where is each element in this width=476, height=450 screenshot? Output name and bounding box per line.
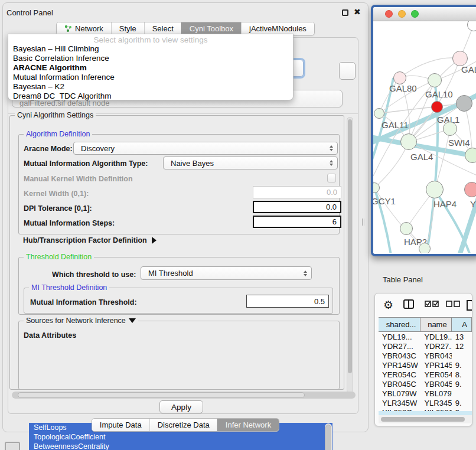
network-canvas[interactable]: GALGAL80GAL10GAL1GAL11SWI4GAL4GCY1HAP4YH… [373, 21, 476, 253]
table-hscrollbar[interactable] [379, 415, 472, 423]
minimize-window-icon[interactable] [398, 10, 406, 18]
split-columns-icon[interactable] [403, 299, 414, 311]
apply-button[interactable]: Apply [159, 400, 203, 413]
close-window-icon[interactable] [385, 10, 393, 18]
node-label-y: Y [470, 199, 476, 209]
network-icon [64, 25, 72, 32]
horizontal-scrollbar-thumb[interactable] [18, 392, 305, 398]
tab-discretize-data[interactable]: Discretize Data [149, 419, 217, 431]
table-cell: YBR043C [420, 351, 451, 360]
expand-right-icon [152, 237, 157, 244]
tab-cyni-toolbox[interactable]: Cyni Toolbox [181, 22, 241, 35]
table-cell: 9. [452, 407, 472, 411]
collapse-down-icon[interactable] [129, 318, 136, 323]
zoom-window-icon[interactable] [411, 10, 419, 18]
table-cell: 13 [452, 332, 472, 341]
network-node-gal1[interactable] [431, 101, 443, 113]
which-threshold-combo[interactable]: MI Threshold [141, 266, 312, 280]
select-all-icon[interactable] [425, 299, 439, 310]
network-node[interactable] [419, 243, 431, 253]
network-node-gal80[interactable] [393, 71, 406, 84]
tab-label: Select [152, 24, 174, 33]
network-window-titlebar[interactable] [373, 7, 476, 21]
network-node-swi4[interactable] [443, 122, 457, 136]
network-node[interactable] [465, 148, 476, 163]
export-table-icon[interactable] [467, 299, 472, 314]
table-row[interactable]: YBR043CYBR043C [379, 351, 472, 360]
table-row[interactable]: YDR27...YDR27...12 [379, 341, 472, 351]
table-cell: YBL079W [420, 389, 451, 398]
network-node-hap4[interactable] [426, 181, 444, 198]
tab-label: jActiveMNodules [249, 24, 307, 33]
column-header-name[interactable]: name [420, 318, 451, 331]
table-row[interactable]: YLR345WYLR345W9. [379, 398, 472, 407]
vertical-scrollbar-thumb[interactable] [348, 119, 352, 373]
table-row[interactable]: YBL079WYBL079W [379, 389, 472, 398]
algorithm-option-aracne-algorithm[interactable]: ARACNE Algorithm [8, 63, 293, 73]
manual-kernel-checkbox[interactable] [327, 174, 336, 182]
dpi-tolerance-field[interactable]: 0.0 [253, 201, 341, 213]
kernel-width-label: Kernel Width (0,1): [24, 190, 89, 198]
algorithm-option-dream8-dc-tdc-algorithm[interactable]: Dream8 DC_TDC Algorithm [8, 92, 293, 101]
table-cell: YPR145W [379, 360, 420, 370]
table-header-row: shared...nameA [379, 317, 472, 332]
kernel-width-value: 0.0 [327, 188, 337, 197]
node-label-gal10: GAL10 [425, 89, 453, 99]
mi-steps-field[interactable]: 6 [253, 216, 341, 228]
table-row[interactable]: YDL19...YDL19...13 [379, 332, 472, 341]
column-header-a[interactable]: A [452, 318, 472, 331]
spinner-arrows-icon [304, 270, 307, 276]
table-hscrollbar-thumb[interactable] [381, 417, 465, 422]
tab-impute-data[interactable]: Impute Data [92, 419, 149, 431]
vertical-scrollbar[interactable] [347, 117, 353, 393]
which-threshold-label: Which threshold to use: [52, 270, 136, 279]
table-cell: 9. [452, 379, 472, 389]
mi-threshold-field[interactable]: 0.5 [246, 295, 329, 308]
threshold-definition-title: Threshold Definition [26, 253, 92, 261]
node-label-swi4: SWI4 [448, 138, 470, 148]
tab-infer-network[interactable]: Infer Network [217, 419, 279, 431]
docked-panel-icon[interactable] [5, 442, 20, 450]
tab-style[interactable]: Style [111, 22, 144, 35]
data-attributes-label: Data Attributes [24, 331, 76, 340]
table-body: YDL19...YDL19...13YDR27...YDR27...12YBR0… [379, 332, 472, 411]
algorithm-option-bayesian-k2[interactable]: Bayesian – K2 [8, 82, 293, 92]
table-row[interactable]: YBR045CYBR045C9. [379, 379, 472, 389]
sources-title: Sources for Network Inference [26, 317, 126, 325]
table-row[interactable]: YER054CYER054C8. [379, 370, 472, 379]
network-node-y[interactable] [464, 182, 476, 197]
gear-icon[interactable]: ⚙ [383, 299, 393, 311]
kernel-width-field[interactable]: 0.0 [253, 186, 341, 198]
table-row[interactable]: YPR145WYPR145W9. [379, 360, 472, 370]
network-node-gal11[interactable] [374, 108, 384, 119]
splitter-grip[interactable] [362, 219, 364, 226]
hub-definition-toggle[interactable]: Hub/Transcription Factor Definition [23, 236, 157, 244]
mi-threshold-value: 0.5 [314, 297, 325, 306]
algorithm-option-bayesian-hill-climbing[interactable]: Bayesian – Hill Climbing [8, 44, 293, 54]
mi-type-combo[interactable]: Naive Bayes [163, 156, 338, 169]
algorithm-option-basic-correlation-inference[interactable]: Basic Correlation Inference [8, 54, 293, 63]
tab-label: Cyni Toolbox [190, 24, 233, 33]
attribute-option-topologicalcoefficient[interactable]: TopologicalCoefficient [29, 432, 332, 442]
table-row[interactable]: YIL052CYIL052C9. [379, 407, 472, 411]
network-node[interactable] [456, 95, 472, 112]
tab-label: Network [75, 24, 103, 33]
aracne-mode-combo[interactable]: Discovery [73, 142, 338, 155]
column-header-shared[interactable]: shared... [379, 318, 420, 331]
close-icon[interactable]: ✖ [354, 7, 361, 17]
deselect-all-icon[interactable] [446, 299, 461, 310]
combo-partial-right[interactable] [339, 62, 356, 80]
table-cell: YER054C [420, 370, 451, 379]
network-node-gal10[interactable] [428, 73, 442, 87]
algorithm-option-mutual-information-inference[interactable]: Mutual Information Inference [8, 73, 293, 82]
network-node-hap2[interactable] [400, 222, 413, 235]
table-cell: YDR27... [420, 341, 451, 351]
tab-select[interactable]: Select [144, 22, 181, 35]
network-node-gal4[interactable] [400, 133, 417, 150]
tab-network[interactable]: Network [57, 22, 111, 35]
tab-jactivemnodules[interactable]: jActiveMNodules [241, 22, 314, 35]
float-window-icon[interactable] [342, 9, 348, 16]
attribute-option-betweennesscentrality[interactable]: BetweennessCentrality [29, 442, 332, 450]
horizontal-scrollbar[interactable] [12, 392, 356, 399]
aracne-mode-value: Discovery [81, 144, 115, 153]
